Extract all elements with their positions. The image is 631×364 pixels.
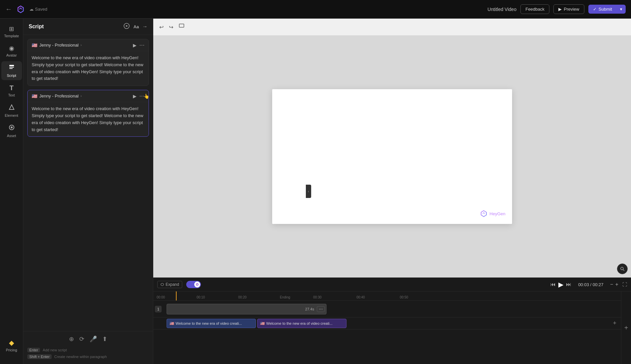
undo-button[interactable]: ↩ xyxy=(158,23,165,32)
sidebar-item-text[interactable]: T Text xyxy=(1,82,22,100)
clip-2-text: Welcome to the new era of video creati..… xyxy=(266,321,332,325)
track-label: 1 xyxy=(153,306,163,312)
script-block-1-header: 🇺🇸 Jenny - Professional › ▶ ⋯ xyxy=(28,39,149,51)
translate-icon[interactable]: Aa xyxy=(133,24,139,29)
right-panel: ↩ ↪ xyxy=(153,19,631,364)
playhead-head xyxy=(174,291,178,292)
canvas-slide[interactable]: HeyGen xyxy=(272,89,512,224)
topbar-left: ← ☁ Saved xyxy=(5,5,47,14)
play-button-2[interactable]: ▶ xyxy=(133,93,137,99)
check-icon: ✓ xyxy=(593,7,597,12)
zoom-in-button[interactable]: + xyxy=(615,281,618,287)
playhead xyxy=(176,291,177,300)
expand-button[interactable]: Expand xyxy=(157,281,182,288)
sidebar-item-script[interactable]: Script xyxy=(1,61,22,80)
ruler-mark-20: 00:20 xyxy=(238,295,247,299)
mic-button[interactable]: 🎤 xyxy=(90,335,97,343)
ruler-mark-40: 00:40 xyxy=(356,295,365,299)
timeline: Expand ⏮ ▶ ⏭ 00:03 xyxy=(153,277,631,364)
track-number: 1 xyxy=(155,306,162,312)
timeline-play-button[interactable]: ▶ xyxy=(558,280,563,288)
script-actions: ⊕ ⟳ 🎤 ⬆ xyxy=(27,335,149,343)
submit-button[interactable]: ✓ Submit xyxy=(588,5,617,14)
sidebar-item-pricing[interactable]: ◆ Pricing xyxy=(1,336,22,355)
expand-panel-icon[interactable]: → xyxy=(142,24,148,30)
feedback-button[interactable]: Feedback xyxy=(520,4,549,14)
fullscreen-button[interactable]: ⛶ xyxy=(622,282,627,287)
add-clip-button[interactable]: + xyxy=(610,318,620,328)
clip-row: 🇺🇸 Welcome to the new era of video creat… xyxy=(153,317,621,329)
block-1-actions: ▶ ⋯ xyxy=(133,42,145,48)
svg-point-5 xyxy=(11,126,13,128)
history-button[interactable]: ⟳ xyxy=(79,335,84,343)
script-text-2[interactable]: Welcome to the new era of video creation… xyxy=(28,102,149,136)
ai-icon[interactable] xyxy=(123,23,130,31)
toggle-knob xyxy=(194,281,200,287)
svg-rect-0 xyxy=(9,65,14,66)
ruler-mark-30b: 00:30 xyxy=(313,295,321,299)
element-icon xyxy=(8,104,15,112)
enter-key-hint: Enter xyxy=(27,348,40,352)
clip-2-flag: 🇺🇸 xyxy=(260,321,265,326)
back-button[interactable]: ← xyxy=(5,5,12,13)
play-button-1[interactable]: ▶ xyxy=(133,43,137,48)
segment-more-button[interactable]: ⋯ xyxy=(317,306,325,312)
clip-row-content: 🇺🇸 Welcome to the new era of video creat… xyxy=(163,317,621,329)
chevron-icon-1: › xyxy=(81,43,82,47)
sidebar-item-element[interactable]: Element xyxy=(1,101,22,120)
timeline-controls: ⏮ ▶ ⏭ xyxy=(550,280,571,288)
skip-forward-button[interactable]: ⏭ xyxy=(566,281,571,287)
saved-status: ☁ Saved xyxy=(29,7,47,12)
svg-rect-2 xyxy=(9,68,13,69)
avatar-selector-1[interactable]: 🇺🇸 Jenny - Professional › xyxy=(32,43,82,48)
add-track-button[interactable]: + xyxy=(624,324,628,332)
sidebar-item-asset[interactable]: Asset xyxy=(1,121,22,140)
avatar-selector-2[interactable]: 🇺🇸 Jenny - Professional › xyxy=(32,93,82,99)
timeline-tracks: 00:00 00:10 00:20 Ending 00:30 00:40 00:… xyxy=(153,291,621,364)
script-header-icons: Aa → xyxy=(123,23,148,31)
canvas-viewport: HeyGen xyxy=(153,36,631,277)
svg-rect-7 xyxy=(179,24,184,27)
preview-button[interactable]: ▶ Preview xyxy=(553,4,584,14)
skip-back-button[interactable]: ⏮ xyxy=(550,281,556,287)
script-content: 🇺🇸 Jenny - Professional › ▶ ⋯ Welcome to… xyxy=(23,35,153,331)
segment-duration: 27.4s xyxy=(305,307,314,311)
avatar-name-1: Jenny - Professional xyxy=(39,43,79,48)
avatar-name-2: Jenny - Professional xyxy=(39,93,79,98)
fit-button[interactable] xyxy=(177,22,186,32)
script-icon xyxy=(8,64,15,72)
script-panel-title: Script xyxy=(29,24,44,30)
pricing-icon: ◆ xyxy=(9,339,14,347)
clip-1[interactable]: 🇺🇸 Welcome to the new era of video creat… xyxy=(167,319,256,328)
timeline-zoom: − + xyxy=(610,281,618,287)
heygen-watermark: HeyGen xyxy=(480,210,505,217)
template-icon: ⊞ xyxy=(9,25,14,33)
submit-dropdown-button[interactable]: ▾ xyxy=(617,5,626,14)
add-script-button[interactable]: ⊕ xyxy=(69,335,74,343)
clip-1-text: Welcome to the new era of video creati..… xyxy=(176,321,242,325)
sidebar-item-avatar[interactable]: ◉ Avatar xyxy=(1,42,22,60)
sidebar-item-template[interactable]: ⊞ Template xyxy=(1,23,22,41)
timeline-ruler: 00:00 00:10 00:20 Ending 00:30 00:40 00:… xyxy=(153,291,621,301)
redo-button[interactable]: ↪ xyxy=(168,23,175,32)
svg-line-9 xyxy=(623,270,624,271)
canvas-toolbar: ↩ ↪ xyxy=(153,19,631,36)
canvas-area: ↩ ↪ xyxy=(153,19,631,277)
track-segment-1[interactable]: 27.4s ⋯ xyxy=(167,304,326,314)
track-content-1: 27.4s ⋯ xyxy=(163,301,621,317)
script-text-1[interactable]: Welcome to the new era of video creation… xyxy=(28,51,149,86)
script-block-2: 🇺🇸 Jenny - Professional › ▶ ⋯ 👆 Welcome … xyxy=(27,90,149,137)
clip-1-flag: 🇺🇸 xyxy=(170,321,174,326)
zoom-indicator[interactable] xyxy=(617,264,628,274)
hint-row-2: Shift + Enter Create newline within para… xyxy=(27,353,149,360)
more-button-1[interactable]: ⋯ xyxy=(139,42,145,48)
heygen-logo xyxy=(16,5,25,14)
zoom-out-button[interactable]: − xyxy=(610,281,613,287)
flag-icon-1: 🇺🇸 xyxy=(32,43,37,48)
collapse-panel-button[interactable]: ‹ xyxy=(306,185,311,198)
clip-2[interactable]: 🇺🇸 Welcome to the new era of video creat… xyxy=(257,319,346,328)
avatar-mode-toggle[interactable] xyxy=(186,281,201,288)
more-button-2[interactable]: ⋯ 👆 xyxy=(139,93,145,99)
preview-icon: ▶ xyxy=(558,7,562,12)
upload-button[interactable]: ⬆ xyxy=(102,335,107,343)
